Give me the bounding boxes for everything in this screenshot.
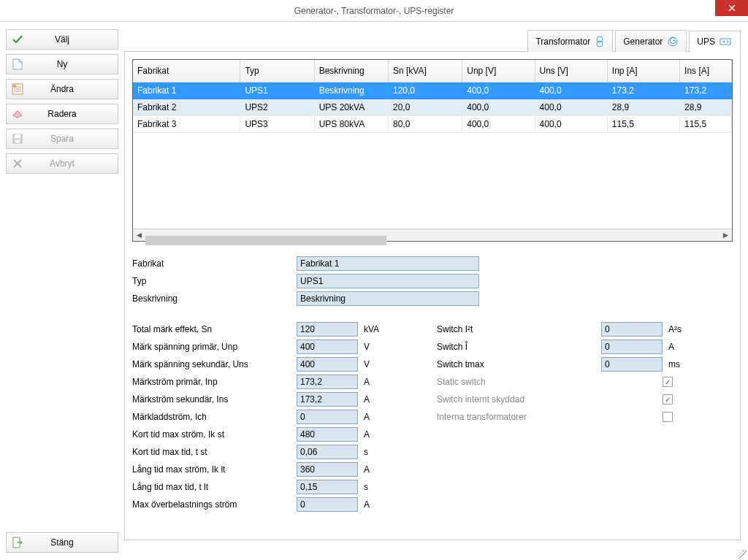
ny-button[interactable]: Ny: [6, 54, 118, 74]
input-fabrikat[interactable]: Fabrikat 1: [297, 256, 479, 271]
unit-s: s: [364, 482, 393, 492]
cell: UPS2: [240, 99, 314, 116]
value: 0: [605, 342, 610, 352]
cell: UPS3: [240, 116, 314, 133]
close-button[interactable]: [715, 0, 748, 16]
data-table[interactable]: Fabrikat Typ Beskrivning Sn [kVA] Unp [V…: [132, 59, 733, 242]
input-iklt[interactable]: 360: [297, 462, 358, 477]
svg-point-7: [597, 41, 603, 47]
checkbox-int-trans[interactable]: [663, 412, 673, 422]
cell: 173,2: [607, 83, 679, 99]
label-static-switch: Static switch: [437, 377, 601, 387]
scroll-right-arrow[interactable]: ►: [720, 229, 732, 242]
cell: UPS 80kVA: [314, 116, 388, 133]
input-unp[interactable]: 400: [297, 340, 358, 354]
main-panel: Transformator Generator G UPS: [124, 51, 741, 540]
svg-rect-4: [15, 140, 20, 143]
col-inp[interactable]: Inp [A]: [607, 60, 679, 83]
col-ins[interactable]: Ins [A]: [680, 60, 732, 83]
unit-a: A: [364, 377, 393, 387]
input-ikst[interactable]: 480: [297, 427, 358, 442]
cell: 120,0: [388, 83, 462, 99]
input-ins[interactable]: 173,2: [297, 392, 358, 407]
stang-button[interactable]: Stäng: [6, 532, 118, 553]
col-fabrikat[interactable]: Fabrikat: [133, 60, 240, 83]
input-switch-i2t[interactable]: 0: [601, 322, 663, 337]
label-sn: Total märk effekt, Sn: [132, 324, 297, 334]
input-ich[interactable]: 0: [297, 410, 358, 424]
label-ich: Märkladdström, Ich: [132, 412, 297, 422]
horizontal-scrollbar[interactable]: ◄ ►: [133, 229, 732, 241]
col-beskrivning[interactable]: Beskrivning: [314, 60, 388, 83]
tab-generator[interactable]: Generator G: [615, 30, 687, 52]
input-maxov[interactable]: 0: [297, 497, 358, 512]
input-uns[interactable]: 400: [297, 357, 358, 372]
table-row[interactable]: Fabrikat 1 UPS1 Beskrivning 120,0 400,0 …: [133, 83, 732, 99]
cell: 400,0: [535, 83, 607, 99]
input-switch-tmax[interactable]: 0: [601, 357, 663, 372]
table-row[interactable]: Fabrikat 3 UPS3 UPS 80kVA 80,0 400,0 400…: [133, 116, 732, 133]
input-beskrivning[interactable]: Beskrivning: [297, 291, 479, 306]
value: 0,15: [300, 482, 317, 492]
value: Fabrikat 1: [300, 258, 339, 269]
cell: 400,0: [535, 99, 607, 116]
input-inp[interactable]: 173,2: [297, 375, 358, 389]
cell: 28,9: [607, 99, 679, 116]
label-ins: Märkström sekundär, Ins: [132, 394, 297, 404]
input-switch-i[interactable]: 0: [601, 340, 663, 354]
scroll-thumb[interactable]: [145, 236, 386, 245]
tab-transformator[interactable]: Transformator: [527, 30, 613, 52]
value: 480: [300, 429, 315, 440]
check-icon: [12, 34, 23, 45]
label-beskrivning: Beskrivning: [132, 294, 297, 304]
tabs: Transformator Generator G UPS: [527, 30, 741, 52]
unit-a2s: A²s: [668, 324, 698, 334]
avbryt-button: Avbryt: [6, 153, 118, 174]
label-typ: Typ: [132, 276, 297, 286]
svg-text:G: G: [670, 36, 676, 46]
window-title: Generator-, Transformator-, UPS-register: [294, 6, 454, 16]
table-row[interactable]: Fabrikat 2 UPS2 UPS 20kVA 20,0 400,0 400…: [133, 99, 732, 116]
ny-label: Ny: [28, 59, 118, 69]
radera-button[interactable]: Radera: [6, 104, 118, 124]
label-iklt: Lång tid max ström, Ik lt: [132, 464, 297, 475]
unit-s: s: [364, 447, 393, 457]
table-header-row: Fabrikat Typ Beskrivning Sn [kVA] Unp [V…: [133, 60, 732, 83]
erase-icon: [12, 110, 23, 118]
col-uns[interactable]: Uns [V]: [535, 60, 607, 83]
value: 0: [300, 412, 305, 422]
value: 360: [300, 464, 315, 475]
andra-button[interactable]: Ändra: [6, 79, 118, 99]
input-tst[interactable]: 0,06: [297, 445, 358, 459]
ups-icon: [720, 37, 733, 47]
cell: 115,5: [680, 116, 732, 133]
tab-ups[interactable]: UPS: [689, 31, 741, 53]
label-tlt: Lång tid max tid, t lt: [132, 482, 297, 492]
spara-label: Spara: [28, 134, 118, 144]
spara-button: Spara: [6, 129, 118, 149]
col-typ[interactable]: Typ: [240, 60, 314, 83]
cell: Fabrikat 1: [133, 83, 240, 99]
col-unp[interactable]: Unp [V]: [462, 60, 535, 83]
scroll-left-arrow[interactable]: ◄: [133, 229, 145, 242]
checkbox-static-switch[interactable]: ✓: [663, 377, 673, 387]
stang-label: Stäng: [28, 537, 118, 548]
input-sn[interactable]: 120: [297, 322, 358, 337]
label-switch-i: Switch Î: [437, 342, 601, 352]
tab-generator-label: Generator: [623, 37, 663, 47]
valj-label: Välj: [28, 34, 118, 45]
resize-grip[interactable]: [738, 550, 747, 559]
valj-button[interactable]: Välj: [6, 29, 118, 50]
col-sn[interactable]: Sn [kVA]: [388, 60, 462, 83]
transformator-icon: [595, 35, 605, 48]
value: 0: [605, 359, 610, 369]
cell: 400,0: [462, 116, 535, 133]
cell: 400,0: [535, 116, 607, 133]
value: 173,2: [300, 377, 322, 387]
tab-ups-label: UPS: [697, 37, 715, 47]
input-typ[interactable]: UPS1: [297, 274, 479, 288]
value: 400: [300, 342, 315, 352]
checkbox-switch-int-prot[interactable]: ✓: [663, 394, 673, 404]
cell: 400,0: [462, 83, 535, 99]
input-tlt[interactable]: 0,15: [297, 480, 358, 494]
